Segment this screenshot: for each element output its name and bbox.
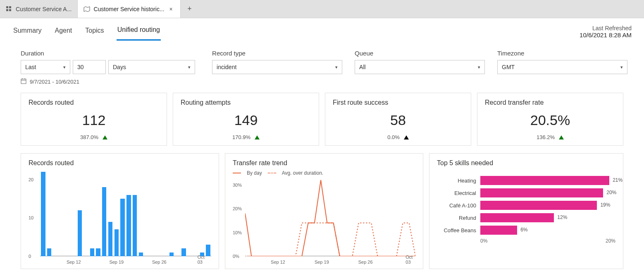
kpi-delta: 0.0% [387, 134, 400, 140]
legend-swatch-solid [233, 173, 241, 173]
kpi-title: Records routed [29, 99, 159, 106]
bar [90, 248, 94, 256]
chevron-down-icon: ▾ [335, 65, 338, 70]
tab-customer-service-a[interactable]: Customer Service A... [0, 0, 78, 18]
page-nav: Summary Agent Topics Unified routing Las… [0, 18, 644, 42]
trend-up-icon [103, 135, 107, 140]
filter-record-type: Record type incident▾ [212, 50, 342, 74]
bar [47, 248, 51, 256]
filters-row: Duration Last▾ 30 Days▾ Record type inci… [0, 42, 644, 74]
queue-select[interactable]: All▾ [355, 60, 485, 74]
skill-value: 12% [557, 214, 567, 220]
bar [120, 199, 124, 256]
skill-label: Café A-100 [437, 202, 476, 209]
kpi-delta: 136.2% [537, 134, 555, 140]
kpi-value: 20.5% [485, 112, 615, 128]
skill-bar [480, 188, 603, 197]
filter-timezone-label: Timezone [497, 50, 627, 57]
timezone-select[interactable]: GMT▾ [497, 60, 627, 74]
kpi-title: First route success [333, 99, 463, 106]
tab-label: Customer Service historic... [93, 6, 164, 12]
kpi-delta: 170.9% [232, 134, 250, 140]
svg-rect-2 [6, 9, 8, 11]
chart-title: Transfer rate trend [233, 159, 415, 167]
bar [78, 210, 82, 256]
legend-by-day: By day [247, 170, 262, 176]
chevron-down-icon: ▾ [188, 65, 191, 70]
skills-plot-area: Heating21%Electrical20%Café A-10019%Refu… [437, 170, 615, 236]
duration-unit-select[interactable]: Days▾ [108, 60, 195, 74]
bar [133, 195, 137, 256]
chart-title: Top 5 skills needed [437, 159, 615, 167]
kpi-delta: 387.0% [80, 134, 98, 140]
chevron-down-icon: ▾ [478, 65, 480, 70]
bar [108, 222, 112, 256]
last-refreshed-label: Last Refreshed [580, 25, 632, 31]
xtick: Sep 26 [358, 260, 373, 265]
bar [126, 195, 131, 256]
chevron-down-icon: ▾ [63, 65, 66, 70]
map-icon [83, 6, 90, 12]
skill-label: Electrical [437, 190, 476, 196]
window-tabstrip: Customer Service A... Customer Service h… [0, 0, 644, 18]
nav-agent[interactable]: Agent [54, 27, 73, 40]
xtick: 0% [480, 238, 487, 244]
trend-flat-icon [404, 135, 409, 140]
skill-value: 6% [520, 227, 527, 233]
xtick: Sep 12 [271, 260, 285, 265]
bar [102, 187, 106, 256]
ytick: 20% [233, 206, 242, 211]
close-icon[interactable]: × [168, 6, 174, 12]
skill-label: Coffee Beans [437, 227, 476, 233]
kpi-title: Routing attempts [181, 99, 311, 106]
filter-timezone: Timezone GMT▾ [497, 50, 627, 74]
plus-icon: + [187, 5, 192, 13]
filter-duration-label: Duration [21, 50, 200, 57]
xtick: Sep 12 [67, 260, 81, 265]
ytick: 0 [29, 254, 31, 259]
nav-summary[interactable]: Summary [12, 27, 42, 40]
chart-top-skills: Top 5 skills needed Heating21%Electrical… [429, 153, 623, 269]
bar [41, 172, 45, 256]
new-tab-button[interactable]: + [181, 0, 199, 18]
skill-bar [480, 226, 517, 235]
skill-row: Heating21% [437, 174, 615, 187]
svg-rect-0 [6, 6, 8, 8]
chart-transfer-rate-trend: Transfer rate trend By day Avg. over dur… [225, 153, 423, 269]
trend-up-icon [255, 135, 260, 140]
skill-bar [480, 176, 609, 185]
tab-customer-service-historic[interactable]: Customer Service historic... × [78, 0, 180, 18]
line-plot-area: 0%10%20%30%Sep 12Sep 19Sep 26Oct 03 [233, 178, 415, 265]
skill-row: Refund12% [437, 212, 615, 224]
xtick: Sep 26 [152, 260, 167, 265]
duration-mode-select[interactable]: Last▾ [21, 60, 70, 74]
filter-duration: Duration Last▾ 30 Days▾ [21, 50, 200, 74]
skill-value: 19% [600, 202, 610, 208]
bar [96, 248, 100, 256]
skill-value: 21% [613, 177, 623, 183]
grid-icon [6, 6, 12, 12]
date-range: 9/7/2021 - 10/6/2021 [0, 74, 644, 85]
kpi-title: Record transfer rate [485, 99, 615, 106]
duration-count-input[interactable]: 30 [73, 60, 106, 74]
nav-topics[interactable]: Topics [84, 27, 105, 40]
kpi-routing-attempts: Routing attempts 149 170.9% [173, 93, 319, 146]
skill-row: Electrical20% [437, 187, 615, 199]
chart-legend: By day Avg. over duration. [233, 170, 415, 176]
filter-queue-label: Queue [355, 50, 485, 57]
bar [206, 245, 210, 256]
calendar-icon [21, 78, 26, 85]
chevron-down-icon: ▾ [620, 65, 623, 70]
skill-bar [480, 201, 597, 210]
legend-swatch-dotted [268, 173, 276, 173]
date-range-text: 9/7/2021 - 10/6/2021 [30, 79, 79, 85]
record-type-select[interactable]: incident▾ [212, 60, 342, 74]
trend-up-icon [559, 135, 564, 140]
svg-rect-1 [9, 6, 11, 8]
chart-records-routed: Records routed 01020Sep 12Sep 19Sep 26Oc… [21, 153, 219, 269]
nav-unified-routing[interactable]: Unified routing [117, 26, 161, 41]
tab-label: Customer Service A... [16, 6, 72, 12]
skill-label: Refund [437, 215, 476, 221]
xtick: Oct 03 [198, 255, 207, 265]
kpi-value: 58 [333, 112, 463, 128]
